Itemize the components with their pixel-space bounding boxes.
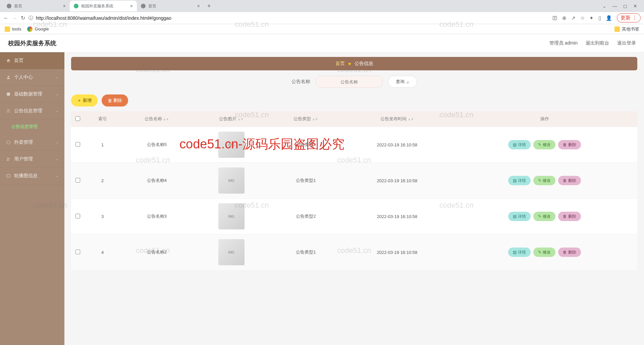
row-delete-button[interactable]: 🗑删除	[558, 212, 581, 221]
browser-tab[interactable]: 校园外卖服务系统 ×	[70, 1, 137, 11]
cell-name: 公告名称4	[120, 163, 193, 199]
row-checkbox[interactable]	[75, 178, 80, 183]
browser-tab[interactable]: 首页 ×	[137, 1, 204, 11]
doc-icon: ▤	[513, 178, 517, 183]
maximize-icon[interactable]: ◻	[623, 3, 627, 9]
sort-icon[interactable]: ▲▼	[237, 118, 244, 121]
users-icon	[6, 157, 11, 161]
admin-label[interactable]: 管理员 admin	[549, 40, 578, 46]
edit-button[interactable]: ✎修改	[533, 212, 555, 221]
cell-index: 2	[85, 163, 120, 199]
star-icon[interactable]: ☆	[580, 15, 585, 21]
url-input[interactable]: ⓘ http://localhost:8080/waimaifuwu/admin…	[29, 15, 549, 21]
logout-button[interactable]: 退出登录	[617, 40, 636, 46]
col-name: 公告名称▲▼	[120, 111, 193, 127]
cell-image: IMG	[193, 234, 269, 270]
sort-icon[interactable]: ▲▼	[163, 118, 169, 121]
star-icon: ★	[347, 61, 352, 66]
sidebar-item-takeout[interactable]: 外卖管理 ⌄	[0, 134, 64, 151]
search-button[interactable]: 查询 ⌕	[388, 76, 417, 88]
close-window-icon[interactable]: ✕	[633, 3, 637, 9]
delete-button[interactable]: 🗑 删除	[102, 94, 128, 107]
edit-button[interactable]: ✎修改	[533, 248, 555, 257]
table-row: 4 公告名称2 IMG 公告类型1 2022-03-19 16:10:58 ▤详…	[71, 234, 637, 270]
sidebar-item-basedata[interactable]: 基础数据管理 ⌄	[0, 86, 64, 102]
extension-icon[interactable]: ✦	[589, 15, 594, 21]
col-ops: 操作	[452, 111, 637, 127]
chevron-down-icon: ⌄	[56, 157, 58, 161]
app-header-actions: 管理员 admin 退出到前台 退出登录	[549, 40, 636, 46]
update-button[interactable]: 更新 ⋮	[617, 13, 641, 22]
reload-icon[interactable]: ↻	[21, 15, 25, 21]
cell-time: 2022-03-19 16:10:58	[342, 127, 452, 163]
browser-tab[interactable]: 首页 ×	[3, 1, 70, 11]
globe-icon	[7, 4, 11, 8]
sort-icon[interactable]: ▲▼	[312, 118, 318, 121]
close-icon[interactable]: ×	[197, 3, 200, 9]
sidebar-item-label: 用户管理	[14, 156, 33, 162]
table-row: 3 公告名称3 IMG 公告类型2 2022-03-19 16:10:58 ▤详…	[71, 199, 637, 234]
new-tab-button[interactable]: +	[204, 3, 214, 10]
doc-icon: ▤	[513, 142, 517, 147]
sidebar-item-users[interactable]: 用户管理 ⌄	[0, 151, 64, 167]
profile-icon[interactable]: 👤	[606, 15, 612, 21]
sidebar-item-profile[interactable]: 个人中心 ⌄	[0, 69, 64, 86]
share-icon[interactable]: ↗	[571, 15, 576, 21]
sidebar-item-label: 个人中心	[14, 74, 33, 80]
detail-button[interactable]: ▤详情	[508, 140, 531, 149]
chevron-down-icon: ⌄	[56, 109, 58, 113]
sort-icon[interactable]: ▲▼	[408, 118, 414, 121]
edit-button[interactable]: ✎修改	[533, 176, 555, 185]
vue-icon	[74, 4, 78, 8]
close-icon[interactable]: ×	[63, 3, 66, 9]
address-actions: ⚿ ⊕ ↗ ☆ ✦ ▯ 👤 更新 ⋮	[552, 13, 641, 22]
panel-icon[interactable]: ▯	[598, 15, 601, 21]
sidebar-subitem-notice-manage[interactable]: 公告信息管理	[0, 119, 64, 134]
folder-icon	[5, 26, 10, 32]
row-delete-button[interactable]: 🗑删除	[558, 176, 581, 185]
search-input[interactable]	[316, 76, 383, 88]
minimize-icon[interactable]: ―	[612, 3, 617, 9]
select-all-checkbox[interactable]	[75, 116, 80, 121]
row-delete-button[interactable]: 🗑删除	[558, 248, 581, 257]
close-icon[interactable]: ×	[130, 3, 133, 9]
cell-index: 3	[85, 199, 120, 234]
row-checkbox[interactable]	[75, 214, 80, 218]
forward-icon[interactable]: →	[12, 15, 17, 21]
chevron-down-icon[interactable]: ⌄	[602, 3, 606, 9]
sidebar-item-home[interactable]: 首页	[0, 52, 64, 69]
row-checkbox[interactable]	[75, 142, 80, 147]
detail-button[interactable]: ▤详情	[508, 176, 531, 185]
takeout-icon	[6, 140, 11, 145]
cell-time: 2022-03-19 16:10:58	[342, 199, 452, 234]
svg-point-2	[7, 140, 10, 144]
svg-point-4	[9, 158, 10, 159]
detail-button[interactable]: ▤详情	[508, 212, 531, 221]
add-button[interactable]: ＋ 新增	[71, 94, 98, 107]
bookmark-google[interactable]: Google	[27, 26, 49, 32]
edit-icon: ✎	[538, 178, 541, 183]
detail-button[interactable]: ▤详情	[508, 248, 531, 257]
key-icon[interactable]: ⚿	[552, 15, 557, 21]
svg-rect-1	[7, 92, 10, 95]
row-delete-button[interactable]: 🗑删除	[558, 140, 581, 149]
breadcrumb-home[interactable]: 首页	[335, 61, 345, 67]
zoom-icon[interactable]: ⊕	[562, 15, 567, 21]
action-bar: ＋ 新增 🗑 删除	[71, 94, 637, 107]
bookmark-other[interactable]: 其他书签	[614, 26, 639, 32]
cell-name: 公告名称5	[120, 127, 193, 163]
browser-chrome: 首页 × 校园外卖服务系统 × 首页 × + ⌄ ― ◻ ✕ ← → ↻ ⓘ h…	[0, 0, 644, 34]
sidebar-item-notice[interactable]: 公告信息管理 ⌄	[0, 102, 64, 119]
edit-icon: ✎	[538, 142, 541, 147]
exit-front-button[interactable]: 退出到前台	[586, 40, 609, 46]
back-icon[interactable]: ←	[3, 15, 9, 21]
col-time: 公告发布时间▲▼	[342, 111, 452, 127]
edit-button[interactable]: ✎修改	[533, 140, 555, 149]
sidebar-item-carousel[interactable]: 轮播图信息 ⌄	[0, 167, 64, 184]
tab-title: 首页	[14, 3, 22, 9]
main-content: 首页 ★ 公告信息 公告名称 查询 ⌕ ＋ 新增 🗑 删除	[64, 52, 644, 345]
sidebar-item-label: 基础数据管理	[14, 91, 42, 97]
bookmark-tools[interactable]: tools	[5, 26, 21, 32]
row-checkbox[interactable]	[75, 250, 80, 254]
chevron-down-icon: ⌄	[56, 140, 58, 144]
